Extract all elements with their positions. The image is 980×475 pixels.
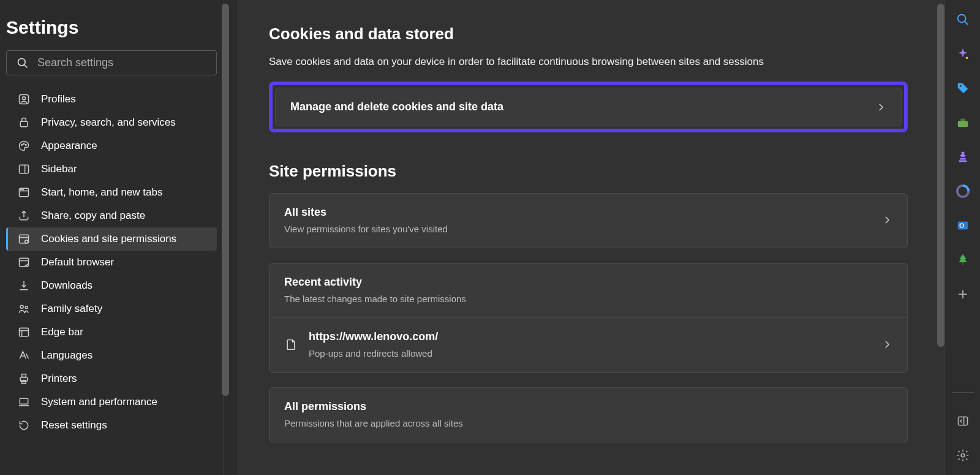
browser-check-icon (18, 256, 30, 268)
tag-icon (956, 82, 970, 95)
search-icon (17, 57, 29, 69)
sidebar-tools-button[interactable] (954, 114, 971, 131)
recent-activity-header: Recent activity The latest changes made … (270, 264, 907, 317)
edgebar-icon (18, 326, 30, 338)
sidebar-collapse-button[interactable] (954, 412, 971, 430)
nav-label: Default browser (41, 256, 114, 268)
chess-icon (956, 150, 970, 164)
nav-label: Reset settings (41, 419, 107, 431)
nav-item-sidebar[interactable]: Sidebar (6, 158, 217, 181)
nav-label: Appearance (41, 140, 97, 152)
nav-label: Downloads (41, 279, 92, 292)
svg-rect-28 (20, 398, 28, 404)
svg-point-20 (20, 305, 23, 308)
file-icon (285, 338, 297, 351)
sidebar-add-button[interactable] (954, 286, 971, 303)
all-permissions-header: All permissions Permissions that are app… (270, 388, 907, 442)
nav-label: Cookies and site permissions (41, 233, 176, 245)
nav-item-start[interactable]: Start, home, and new tabs (6, 181, 217, 204)
sidebar-shopping-button[interactable] (954, 80, 971, 97)
manage-cookies-card[interactable]: Manage and delete cookies and site data (275, 88, 902, 126)
gear-icon (956, 449, 970, 462)
svg-point-40 (960, 224, 963, 227)
outlook-icon (956, 219, 970, 232)
sidebar-search-button[interactable] (954, 11, 971, 28)
nav-label: Edge bar (41, 326, 83, 338)
svg-point-31 (965, 57, 968, 59)
sidebar-drop-button[interactable] (954, 251, 971, 268)
section-site-permissions-title: Site permissions (269, 162, 908, 181)
all-sites-panel[interactable]: All sites View permissions for sites you… (270, 194, 907, 248)
svg-point-7 (26, 145, 27, 146)
nav-label: Share, copy and paste (41, 210, 145, 222)
cookie-settings-icon (18, 233, 30, 245)
nav-item-cookies[interactable]: Cookies and site permissions (6, 227, 217, 251)
nav-item-languages[interactable]: Languages (6, 344, 217, 367)
nav-item-default-browser[interactable]: Default browser (6, 251, 217, 274)
sparkle-icon (956, 47, 970, 61)
svg-rect-36 (959, 161, 967, 162)
all-sites-group: All sites View permissions for sites you… (269, 193, 908, 248)
manage-cookies-label: Manage and delete cookies and site data (290, 101, 503, 113)
recent-activity-group: Recent activity The latest changes made … (269, 263, 908, 373)
svg-rect-27 (22, 381, 26, 384)
nav-item-system[interactable]: System and performance (6, 390, 217, 414)
sidebar-settings-button[interactable] (954, 447, 971, 464)
chevron-right-icon (875, 102, 886, 113)
search-input[interactable] (37, 56, 206, 69)
edge-sidebar (944, 0, 980, 475)
nav-label: Languages (41, 349, 92, 362)
nav-label: Family safety (41, 303, 102, 315)
svg-point-29 (957, 15, 965, 23)
nav-item-family[interactable]: Family safety (6, 297, 217, 321)
nav-item-appearance[interactable]: Appearance (6, 134, 217, 158)
nav-item-privacy[interactable]: Privacy, search, and services (6, 111, 217, 134)
nav-item-printers[interactable]: Printers (6, 367, 217, 390)
svg-point-32 (959, 85, 961, 87)
svg-rect-26 (22, 374, 26, 378)
reset-icon (18, 419, 30, 431)
nav-item-profiles[interactable]: Profiles (6, 88, 217, 111)
sidebar-icon (18, 163, 30, 175)
nav-item-share[interactable]: Share, copy and paste (6, 204, 217, 227)
nav-item-reset[interactable]: Reset settings (6, 414, 217, 437)
download-icon (18, 279, 30, 292)
settings-content: Cookies and data stored Save cookies and… (237, 0, 944, 475)
svg-rect-41 (962, 262, 963, 265)
nav-label: Sidebar (41, 163, 77, 175)
recent-site-row[interactable]: https://www.lenovo.com/ Pop-ups and redi… (270, 317, 907, 372)
svg-point-12 (21, 189, 21, 190)
sidebar-discover-button[interactable] (954, 45, 971, 63)
svg-point-0 (18, 58, 26, 66)
sidebar-games-button[interactable] (954, 148, 971, 165)
nav-item-edgebar[interactable]: Edge bar (6, 321, 217, 344)
chevron-right-icon (881, 215, 892, 226)
all-permissions-group: All permissions Permissions that are app… (269, 387, 908, 443)
svg-point-3 (23, 97, 26, 100)
tree-icon (956, 253, 970, 267)
svg-rect-8 (20, 165, 29, 173)
highlight-frame: Manage and delete cookies and site data (269, 82, 908, 132)
plus-icon (957, 288, 969, 300)
nav-item-downloads[interactable]: Downloads (6, 274, 217, 297)
search-icon (956, 13, 970, 26)
search-input-container[interactable] (6, 50, 217, 75)
nav-label: Profiles (41, 93, 76, 105)
chevron-right-icon (881, 339, 892, 350)
settings-sidebar: Settings Profiles Privacy, search, and s… (0, 0, 224, 475)
share-icon (18, 210, 30, 222)
all-permissions-desc: Permissions that are applied across all … (284, 418, 463, 428)
sidebar-office-button[interactable] (954, 183, 971, 200)
sidebar-outlook-button[interactable] (954, 217, 971, 234)
svg-point-46 (961, 454, 965, 457)
all-permissions-title: All permissions (284, 400, 463, 413)
content-scrollbar (937, 4, 944, 471)
section-cookies-desc: Save cookies and data on your device in … (269, 56, 908, 68)
office-icon (956, 184, 970, 198)
svg-point-14 (23, 189, 24, 190)
printer-icon (18, 373, 30, 385)
window-icon (18, 186, 30, 199)
profile-icon (18, 93, 30, 105)
lock-icon (18, 116, 30, 129)
nav-label: Printers (41, 373, 77, 385)
